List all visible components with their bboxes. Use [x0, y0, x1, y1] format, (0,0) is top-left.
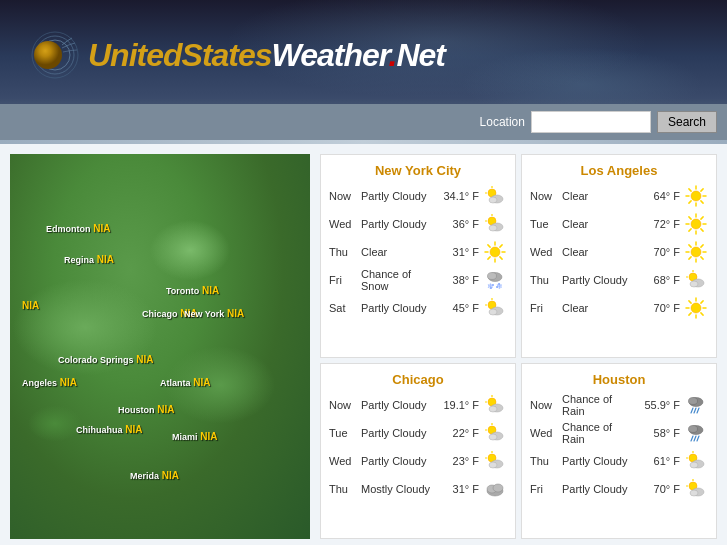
svg-line-24 [488, 257, 490, 259]
city-title-houston[interactable]: Houston [530, 372, 708, 387]
weather-day: Wed [329, 455, 357, 467]
weather-row: TueClear72° F [530, 212, 708, 236]
weather-temperature: 70° F [640, 483, 680, 495]
weather-description: Clear [361, 246, 435, 258]
map-label: NIA [22, 300, 39, 311]
weather-day: Now [530, 190, 558, 202]
svg-line-104 [694, 408, 696, 413]
weather-temperature: 72° F [640, 218, 680, 230]
city-title-chicago[interactable]: Chicago [329, 372, 507, 387]
weather-temperature: 58° F [640, 427, 680, 439]
weather-row: TuePartly Cloudy22° F [329, 421, 507, 445]
weather-description: Partly Cloudy [361, 455, 435, 467]
weather-row: ThuClear31° F [329, 240, 507, 264]
search-button[interactable]: Search [657, 111, 717, 133]
svg-point-97 [489, 462, 497, 468]
cities-container: New York CityNowPartly Cloudy34.1° F Wed… [320, 154, 717, 539]
weather-temperature: 19.1° F [439, 399, 479, 411]
weather-day: Wed [530, 427, 558, 439]
svg-line-22 [500, 257, 502, 259]
weather-row: NowClear64° F [530, 184, 708, 208]
weather-day: Fri [530, 302, 558, 314]
weather-day: Wed [329, 218, 357, 230]
map-label: Atlanta NIA [160, 377, 211, 388]
weather-temperature: 61° F [640, 455, 680, 467]
svg-point-122 [690, 490, 698, 496]
weather-day: Sat [329, 302, 357, 314]
weather-icon-sunny [684, 184, 708, 208]
svg-point-71 [691, 303, 701, 313]
weather-row: ThuPartly Cloudy61° F [530, 449, 708, 473]
svg-point-15 [489, 225, 497, 231]
weather-row: FriChance of Snow38° F ❄ ❄ [329, 268, 507, 292]
svg-point-47 [691, 219, 701, 229]
svg-line-43 [689, 189, 691, 191]
weather-day: Wed [530, 246, 558, 258]
map-label: New York NIA [184, 308, 244, 319]
weather-temperature: 22° F [439, 427, 479, 439]
weather-icon-partly-cloudy [684, 268, 708, 292]
weather-row: WedPartly Cloudy36° F [329, 212, 507, 236]
svg-point-91 [489, 434, 497, 440]
weather-day: Fri [329, 274, 357, 286]
svg-line-62 [701, 257, 703, 259]
weather-temperature: 68° F [640, 274, 680, 286]
weather-row: ThuPartly Cloudy68° F [530, 268, 708, 292]
weather-temperature: 64° F [640, 190, 680, 202]
svg-line-44 [701, 201, 703, 203]
weather-row: NowPartly Cloudy34.1° F [329, 184, 507, 208]
weather-temperature: 70° F [640, 302, 680, 314]
weather-row: WedPartly Cloudy23° F [329, 449, 507, 473]
location-label: Location [480, 115, 525, 129]
logo-net: Net [396, 37, 445, 73]
map-container: Edmonton NIARegina NIANIAColorado Spring… [10, 154, 310, 539]
map-label: Houston NIA [118, 404, 175, 415]
weather-temperature: 31° F [439, 246, 479, 258]
weather-description: Clear [562, 246, 636, 258]
logo-text: UnitedStatesWeather.Net [88, 37, 445, 74]
logo-weather: Weather [272, 37, 389, 73]
weather-row: ThuMostly Cloudy31° F [329, 477, 507, 501]
svg-point-37 [489, 309, 497, 315]
weather-description: Chance of Rain [562, 393, 636, 417]
svg-line-103 [691, 408, 693, 413]
logo-area: UnitedStatesWeather.Net [30, 30, 445, 80]
svg-point-56 [691, 247, 701, 257]
weather-icon-rain [684, 421, 708, 445]
weather-day: Thu [530, 455, 558, 467]
weather-icon-partly-cloudy [483, 421, 507, 445]
map-label: Toronto NIA [166, 285, 219, 296]
svg-line-23 [500, 245, 502, 247]
map-label: Colorado Springs NIA [58, 354, 154, 365]
city-block-nyc: New York CityNowPartly Cloudy34.1° F Wed… [320, 154, 516, 358]
svg-point-26 [488, 273, 497, 280]
weather-row: NowPartly Cloudy19.1° F [329, 393, 507, 417]
city-title-la[interactable]: Los Angeles [530, 163, 708, 178]
svg-point-9 [489, 197, 497, 203]
city-title-nyc[interactable]: New York City [329, 163, 507, 178]
logo-globe-icon [30, 30, 80, 80]
weather-description: Partly Cloudy [562, 274, 636, 286]
weather-temperature: 36° F [439, 218, 479, 230]
weather-day: Now [530, 399, 558, 411]
weather-day: Now [329, 190, 357, 202]
location-input[interactable] [531, 111, 651, 133]
city-block-chicago: ChicagoNowPartly Cloudy19.1° F TuePartly… [320, 363, 516, 539]
weather-description: Clear [562, 190, 636, 202]
weather-day: Thu [329, 246, 357, 258]
map-background: Edmonton NIARegina NIANIAColorado Spring… [10, 154, 310, 539]
weather-icon-sunny [684, 240, 708, 264]
svg-line-61 [689, 245, 691, 247]
weather-description: Partly Cloudy [562, 455, 636, 467]
logo-states: States [182, 37, 272, 73]
weather-row: SatPartly Cloudy45° F [329, 296, 507, 320]
weather-row: WedClear70° F [530, 240, 708, 264]
svg-point-85 [489, 406, 497, 412]
weather-icon-cloudy [483, 477, 507, 501]
svg-line-108 [691, 436, 693, 441]
weather-description: Partly Cloudy [361, 399, 435, 411]
svg-line-76 [689, 301, 691, 303]
weather-icon-partly-cloudy [684, 449, 708, 473]
weather-description: Partly Cloudy [361, 302, 435, 314]
logo-united: United [88, 37, 182, 73]
